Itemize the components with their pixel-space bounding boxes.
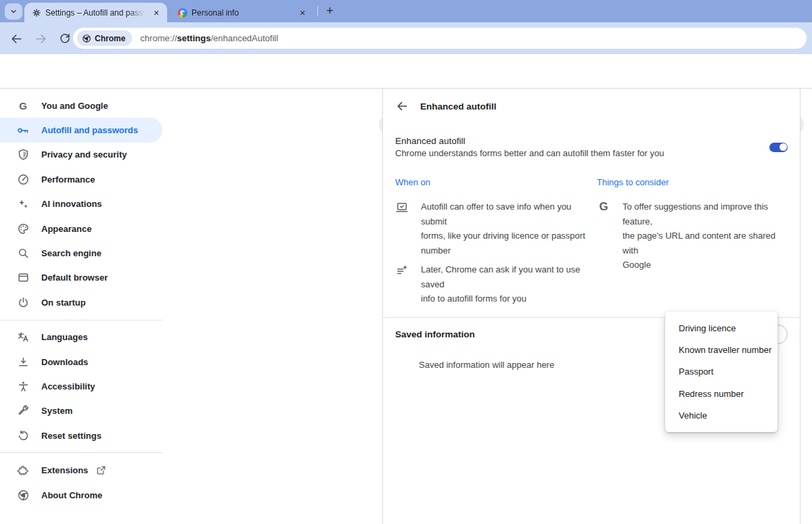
site-chip[interactable]: Chrome <box>77 30 132 46</box>
menu-item-vehicle[interactable]: Vehicle <box>665 405 777 427</box>
sidebar-item-system[interactable]: System <box>0 399 162 423</box>
tab-settings[interactable]: Settings – Autofill and passwords × <box>24 3 167 22</box>
settings-sidebar: G You and Google Autofill and passwords … <box>0 89 162 524</box>
forward-arrow-icon <box>35 32 47 45</box>
browser-window: Settings – Autofill and passwords × Pers… <box>0 0 812 524</box>
info-text: Later, Chrome can ask if you want to use… <box>421 262 597 306</box>
sidebar-item-languages[interactable]: Languages <box>0 325 162 350</box>
menu-item-driving-licence[interactable]: Driving licence <box>665 317 777 339</box>
toggle-row-subtitle: Chrome understands forms better and can … <box>395 148 664 158</box>
menu-item-known-traveller-number[interactable]: Known traveller number <box>665 339 777 360</box>
key-icon <box>16 124 30 137</box>
tab-strip: Settings – Autofill and passwords × Pers… <box>0 0 812 22</box>
power-icon <box>16 295 30 309</box>
tab-title: Settings – Autofill and passwords <box>45 8 147 18</box>
chrome-icon <box>16 488 30 502</box>
back-button[interactable] <box>395 99 409 113</box>
sparkle-icon <box>16 197 30 211</box>
sidebar-item-default-browser[interactable]: Default browser <box>0 266 162 290</box>
address-bar[interactable]: Chrome chrome://settings/enhancedAutofil… <box>73 28 807 49</box>
back-button[interactable] <box>7 29 26 48</box>
things-to-consider-column: Things to consider G To offer suggestion… <box>597 177 788 311</box>
back-arrow-icon <box>10 32 23 45</box>
forward-button[interactable] <box>31 29 50 48</box>
toggle-knob <box>780 143 787 151</box>
autofill-lines-icon <box>395 262 409 306</box>
wrench-icon <box>16 404 30 418</box>
sidebar-item-about-chrome[interactable]: About Chrome <box>0 483 162 507</box>
info-item-google-share: G To offer suggestions and improve this … <box>597 199 788 272</box>
subpage-title: Enhanced autofill <box>420 101 497 112</box>
reset-icon <box>16 429 30 442</box>
new-tab-button[interactable]: + <box>322 3 338 19</box>
menu-item-redress-number[interactable]: Redress number <box>665 383 777 404</box>
palette-icon <box>16 222 30 235</box>
google-g-icon: G <box>597 199 610 272</box>
tab-search-button[interactable] <box>5 3 22 20</box>
reload-icon <box>59 32 71 45</box>
toggle-row-title: Enhanced autofill <box>395 136 664 146</box>
sidebar-item-accessibility[interactable]: Accessibility <box>0 374 162 398</box>
close-icon[interactable]: × <box>151 7 162 18</box>
search-icon <box>16 247 30 260</box>
download-icon <box>16 355 30 368</box>
site-chip-label: Chrome <box>95 34 125 43</box>
sidebar-item-privacy-and-security[interactable]: Privacy and security <box>0 143 162 167</box>
sidebar-item-downloads[interactable]: Downloads <box>0 350 162 374</box>
tab-separator <box>317 6 318 16</box>
external-link-icon <box>96 465 106 475</box>
things-to-consider-heading: Things to consider <box>597 177 788 187</box>
sidebar-item-on-startup[interactable]: On startup <box>0 290 162 314</box>
tab-title: Personal info <box>191 8 293 18</box>
sidebar-item-search-engine[interactable]: Search engine <box>0 241 162 265</box>
browser-toolbar: Chrome chrome://settings/enhancedAutofil… <box>0 22 812 54</box>
sidebar-item-ai-innovations[interactable]: AI innovations <box>0 192 162 216</box>
add-dropdown-menu: Driving licence Known traveller number P… <box>665 312 777 432</box>
sidebar-item-extensions[interactable]: Extensions <box>0 458 162 482</box>
accessibility-icon <box>16 379 30 393</box>
info-text: To offer suggestions and improve this fe… <box>623 199 788 272</box>
sidebar-item-performance[interactable]: Performance <box>0 167 162 191</box>
when-on-heading: When on <box>395 177 597 187</box>
google-g-icon: G <box>16 99 30 112</box>
sidebar-item-reset-settings[interactable]: Reset settings <box>0 423 162 448</box>
enhanced-autofill-panel: Enhanced autofill Enhanced autofill Chro… <box>382 89 800 524</box>
enhanced-autofill-toggle-row: Enhanced autofill Chrome understands for… <box>395 136 788 158</box>
saved-information-heading: Saved information <box>395 329 475 339</box>
url-text: chrome://settings/enhancedAutofill <box>140 33 278 43</box>
tab-personal-info[interactable]: Personal info × <box>171 3 313 22</box>
back-arrow-icon <box>395 99 409 113</box>
menu-item-passport[interactable]: Passport <box>665 361 777 383</box>
info-columns: When on Autofill can offer to save info … <box>395 177 788 311</box>
subpage-header: Enhanced autofill <box>383 89 800 113</box>
chevron-down-icon <box>9 7 18 16</box>
sidebar-item-autofill-and-passwords[interactable]: Autofill and passwords <box>0 118 162 142</box>
shield-icon <box>16 148 30 162</box>
info-item-ask: Later, Chrome can ask if you want to use… <box>395 262 597 306</box>
google-g-icon <box>177 7 187 18</box>
close-icon[interactable]: × <box>297 7 308 18</box>
sidebar-divider <box>0 452 162 453</box>
sidebar-divider <box>0 320 162 320</box>
enhanced-autofill-toggle[interactable] <box>769 143 788 152</box>
reload-button[interactable] <box>55 29 74 48</box>
sidebar-item-appearance[interactable]: Appearance <box>0 216 162 241</box>
when-on-column: When on Autofill can offer to save info … <box>395 177 597 311</box>
speedometer-icon <box>16 172 30 186</box>
browser-window-icon <box>16 271 30 285</box>
info-text: Autofill can offer to save info when you… <box>421 199 597 258</box>
info-item-save: Autofill can offer to save info when you… <box>395 199 597 258</box>
settings-header: Settings Search settings <box>0 54 812 89</box>
chrome-icon <box>82 34 91 43</box>
gear-icon <box>31 7 41 18</box>
extension-icon <box>16 464 30 477</box>
translate-icon <box>16 331 30 344</box>
sidebar-item-you-and-google[interactable]: G You and Google <box>0 93 162 118</box>
form-save-icon <box>395 199 409 258</box>
